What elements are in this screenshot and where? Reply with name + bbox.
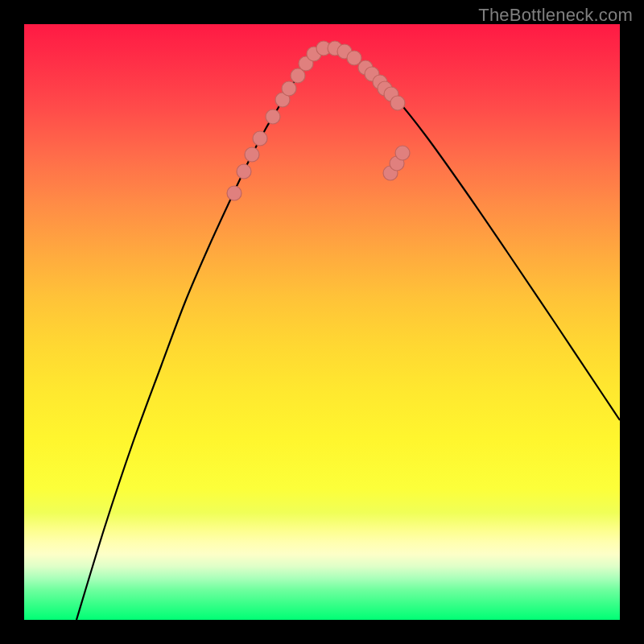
data-marker [245,147,259,162]
data-marker [266,109,280,124]
data-marker [395,146,410,160]
data-marker [390,96,405,110]
watermark-text: TheBottleneck.com [478,5,633,26]
bottleneck-curve [76,47,620,620]
data-marker [253,131,267,146]
data-marker [282,81,296,96]
data-markers [227,41,410,200]
data-marker [237,164,251,179]
data-marker [227,186,242,200]
chart-svg [24,24,620,620]
chart-area [24,24,620,620]
